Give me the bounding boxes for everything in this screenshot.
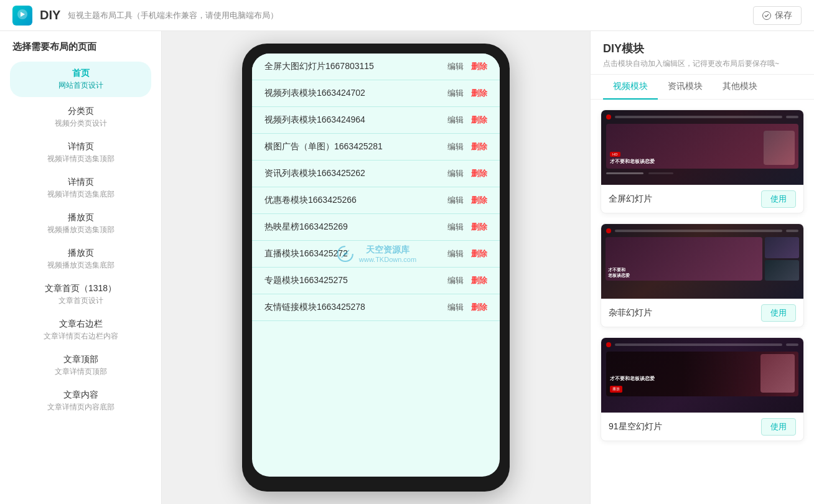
right-panel-title: DIY模块 bbox=[603, 41, 802, 56]
sidebar-item-article-content-main: 文章内容 bbox=[12, 390, 149, 401]
module-name-fullscreen: 全屏幻灯片 bbox=[609, 194, 652, 205]
module-card-91star-footer: 91星空幻灯片 使用 bbox=[601, 413, 803, 441]
phone-module-name-8: 直播模块1663425272 bbox=[264, 248, 447, 259]
phone-module-name-4: 横图广告（单图）1663425281 bbox=[264, 141, 447, 152]
use-button-fullscreen[interactable]: 使用 bbox=[761, 190, 796, 208]
module-preview-91star: 才不要和老板谈恋爱 播放 bbox=[601, 338, 803, 413]
phone-module-actions-5: 编辑 删除 bbox=[447, 168, 487, 179]
sidebar-item-player-bottom-main: 播放页 bbox=[12, 248, 149, 259]
sidebar-item-category-sub: 视频分类页设计 bbox=[12, 118, 149, 129]
sidebar-item-home[interactable]: 首页 网站首页设计 bbox=[10, 62, 151, 97]
app-header: DIY 短视主题布局工具（手机端未作兼容，请使用电脑端布局） 保存 bbox=[0, 0, 814, 31]
phone-module-item-8[interactable]: 直播模块1663425272 编辑 删除 bbox=[252, 241, 500, 268]
app-title: DIY bbox=[40, 8, 60, 22]
module-cards: HD 才不要和老板谈恋爱 全屏幻灯片 使用 bbox=[591, 100, 814, 504]
edit-button-2[interactable]: 编辑 bbox=[447, 88, 464, 99]
use-button-zalei[interactable]: 使用 bbox=[761, 304, 796, 322]
delete-button-3[interactable]: 删除 bbox=[471, 114, 487, 126]
delete-button-5[interactable]: 删除 bbox=[471, 168, 487, 179]
sidebar-item-article-header-sub: 文章详情页顶部 bbox=[12, 366, 149, 377]
sidebar-item-detail-top[interactable]: 详情页 视频详情页选集顶部 bbox=[0, 135, 161, 170]
tab-other[interactable]: 其他模块 bbox=[713, 75, 767, 100]
sidebar-item-detail-bottom[interactable]: 详情页 视频详情页选集底部 bbox=[0, 170, 161, 206]
phone-module-item-7[interactable]: 热映星榜1663425269 编辑 删除 bbox=[252, 214, 500, 241]
edit-button-6[interactable]: 编辑 bbox=[447, 195, 464, 206]
phone-module-name-3: 视频列表模块1663424964 bbox=[264, 114, 447, 126]
sidebar-item-detail-bottom-sub: 视频详情页选集底部 bbox=[12, 189, 149, 200]
use-button-91star[interactable]: 使用 bbox=[761, 418, 796, 436]
phone-mockup: 全屏大图幻灯片1667803115 编辑 删除 视频列表模块1663424702… bbox=[242, 44, 510, 492]
sidebar: 选择需要布局的页面 首页 网站首页设计 分类页 视频分类页设计 详情页 视频详情… bbox=[0, 31, 162, 504]
module-card-91star: 才不要和老板谈恋爱 播放 91星空幻灯片 使用 bbox=[601, 337, 804, 441]
app-logo bbox=[12, 6, 32, 26]
sidebar-item-article-header-main: 文章顶部 bbox=[12, 354, 149, 365]
edit-button-7[interactable]: 编辑 bbox=[447, 222, 464, 233]
delete-button-10[interactable]: 删除 bbox=[471, 302, 487, 313]
module-card-zalei-footer: 杂菲幻灯片 使用 bbox=[601, 299, 803, 327]
phone-module-list: 全屏大图幻灯片1667803115 编辑 删除 视频列表模块1663424702… bbox=[252, 54, 500, 321]
header-left: DIY 短视主题布局工具（手机端未作兼容，请使用电脑端布局） bbox=[12, 6, 278, 26]
sidebar-item-player-top[interactable]: 播放页 视频播放页选集顶部 bbox=[0, 206, 161, 241]
module-name-91star: 91星空幻灯片 bbox=[609, 421, 662, 432]
delete-button-7[interactable]: 删除 bbox=[471, 222, 487, 233]
sidebar-item-article-header[interactable]: 文章顶部 文章详情页顶部 bbox=[0, 348, 161, 383]
save-button[interactable]: 保存 bbox=[753, 6, 802, 25]
sidebar-item-player-bottom[interactable]: 播放页 视频播放页选集底部 bbox=[0, 241, 161, 277]
phone-module-item-4[interactable]: 横图广告（单图）1663425281 编辑 删除 bbox=[252, 134, 500, 161]
phone-module-name-5: 资讯列表模块1663425262 bbox=[264, 168, 447, 179]
phone-module-actions-8: 编辑 删除 bbox=[447, 248, 487, 259]
right-panel-header: DIY模块 点击模块自动加入编辑区，记得更改布局后要保存哦~ bbox=[591, 31, 814, 75]
app-subtitle: 短视主题布局工具（手机端未作兼容，请使用电脑端布局） bbox=[68, 10, 278, 21]
sidebar-item-category[interactable]: 分类页 视频分类页设计 bbox=[0, 100, 161, 135]
phone-module-item-5[interactable]: 资讯列表模块1663425262 编辑 删除 bbox=[252, 161, 500, 187]
delete-button-6[interactable]: 删除 bbox=[471, 195, 487, 206]
phone-module-actions-7: 编辑 删除 bbox=[447, 222, 487, 233]
tab-news[interactable]: 资讯模块 bbox=[658, 75, 713, 100]
delete-button-2[interactable]: 删除 bbox=[471, 88, 487, 99]
delete-button-1[interactable]: 删除 bbox=[471, 61, 487, 72]
right-panel-desc: 点击模块自动加入编辑区，记得更改布局后要保存哦~ bbox=[603, 58, 802, 69]
phone-module-name-9: 专题模块1663425275 bbox=[264, 275, 447, 286]
delete-button-4[interactable]: 删除 bbox=[471, 141, 487, 152]
phone-module-name-7: 热映星榜1663425269 bbox=[264, 222, 447, 233]
tab-video[interactable]: 视频模块 bbox=[603, 75, 658, 100]
logo-icon bbox=[17, 9, 28, 22]
right-tabs: 视频模块 资讯模块 其他模块 bbox=[591, 75, 814, 100]
phone-inner: 全屏大图幻灯片1667803115 编辑 删除 视频列表模块1663424702… bbox=[252, 54, 500, 477]
sidebar-item-player-bottom-sub: 视频播放页选集底部 bbox=[12, 260, 149, 271]
module-card-fullscreen-footer: 全屏幻灯片 使用 bbox=[601, 185, 803, 213]
sidebar-item-article-home[interactable]: 文章首页（1318） 文章首页设计 bbox=[0, 277, 161, 312]
sidebar-item-article-content[interactable]: 文章内容 文章详情页内容底部 bbox=[0, 383, 161, 419]
edit-button-4[interactable]: 编辑 bbox=[447, 141, 464, 152]
sidebar-item-article-home-main: 文章首页（1318） bbox=[12, 283, 149, 294]
phone-module-item-10[interactable]: 友情链接模块1663425278 编辑 删除 bbox=[252, 294, 500, 321]
phone-module-item-3[interactable]: 视频列表模块1663424964 编辑 删除 bbox=[252, 107, 500, 134]
delete-button-9[interactable]: 删除 bbox=[471, 275, 487, 286]
phone-module-name-6: 优惠卷模块1663425266 bbox=[264, 195, 447, 206]
phone-module-item-6[interactable]: 优惠卷模块1663425266 编辑 删除 bbox=[252, 187, 500, 214]
sidebar-item-player-top-sub: 视频播放页选集顶部 bbox=[12, 225, 149, 235]
sidebar-item-home-sub: 网站首页设计 bbox=[16, 80, 145, 91]
phone-module-item-9[interactable]: 专题模块1663425275 编辑 删除 bbox=[252, 268, 500, 294]
edit-button-1[interactable]: 编辑 bbox=[447, 61, 464, 72]
sidebar-item-article-content-sub: 文章详情页内容底部 bbox=[12, 402, 149, 413]
edit-button-10[interactable]: 编辑 bbox=[447, 302, 464, 313]
phone-module-item-2[interactable]: 视频列表模块1663424702 编辑 删除 bbox=[252, 80, 500, 107]
sidebar-title: 选择需要布局的页面 bbox=[0, 31, 161, 59]
sidebar-item-detail-top-main: 详情页 bbox=[12, 141, 149, 152]
module-card-fullscreen: HD 才不要和老板谈恋爱 全屏幻灯片 使用 bbox=[601, 110, 804, 213]
edit-button-5[interactable]: 编辑 bbox=[447, 168, 464, 179]
svg-point-1 bbox=[763, 11, 771, 19]
phone-module-name-2: 视频列表模块1663424702 bbox=[264, 88, 447, 99]
edit-button-8[interactable]: 编辑 bbox=[447, 248, 464, 259]
edit-button-9[interactable]: 编辑 bbox=[447, 275, 464, 286]
sidebar-item-detail-bottom-main: 详情页 bbox=[12, 177, 149, 188]
phone-module-name-10: 友情链接模块1663425278 bbox=[264, 302, 447, 313]
sidebar-item-home-main: 首页 bbox=[16, 68, 145, 79]
delete-button-8[interactable]: 删除 bbox=[471, 248, 487, 259]
edit-button-3[interactable]: 编辑 bbox=[447, 114, 464, 126]
phone-module-item-1[interactable]: 全屏大图幻灯片1667803115 编辑 删除 bbox=[252, 54, 500, 80]
sidebar-item-article-sidebar[interactable]: 文章右边栏 文章详情页右边栏内容 bbox=[0, 312, 161, 348]
module-preview-fullscreen: HD 才不要和老板谈恋爱 bbox=[601, 110, 803, 185]
sidebar-item-player-top-main: 播放页 bbox=[12, 212, 149, 223]
